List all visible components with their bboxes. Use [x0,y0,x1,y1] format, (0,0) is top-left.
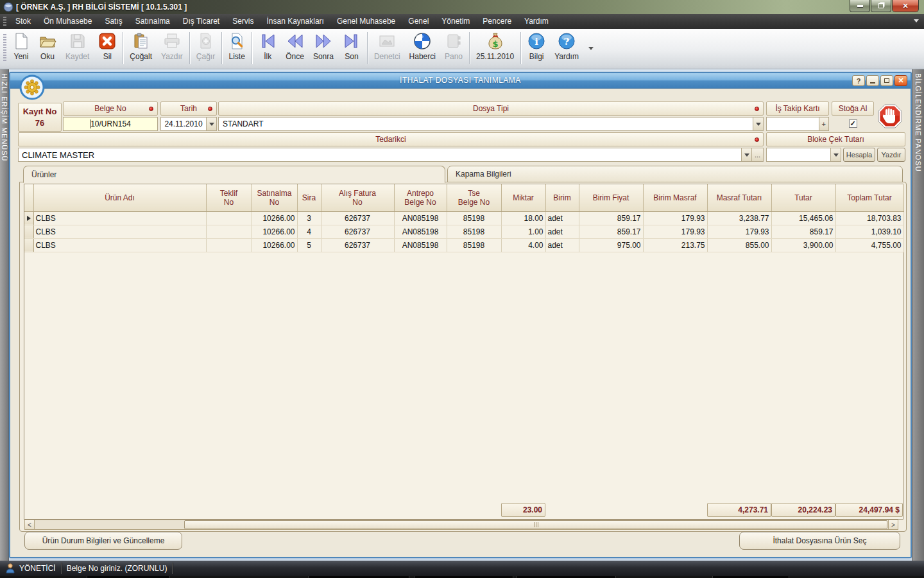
is-takip-karti-input[interactable]: + [766,117,829,131]
grid-cell[interactable]: 3,900.00 [771,238,835,252]
grid-cell[interactable]: 10266.00 [252,238,297,252]
menu-satis[interactable]: Satış [98,14,128,29]
menu-satinalma[interactable]: Satınalma [129,14,176,29]
grid-cell[interactable] [206,225,252,238]
grid-cell[interactable]: adet [545,211,579,225]
restore-button[interactable] [871,0,891,12]
grid-cell[interactable]: AN085198 [394,238,447,252]
window-maximize-button[interactable] [880,75,893,86]
minimize-button[interactable] [850,0,870,12]
row-selector[interactable] [24,238,33,252]
scrollbar-thumb[interactable] [184,520,887,529]
grid-cell[interactable]: 626737 [321,225,394,238]
horizontal-scrollbar[interactable]: < > [24,520,898,530]
menu-stok[interactable]: Stok [9,14,37,29]
list-button[interactable]: Liste [224,29,250,66]
bloke-cek-combo[interactable] [766,148,841,162]
window-gear-icon[interactable] [19,74,45,100]
close-button[interactable]: ✕ [892,0,919,12]
grid-cell[interactable]: CLBS [33,211,206,225]
hesapla-button[interactable]: Hesapla [843,148,875,162]
grid-cell[interactable]: 85198 [447,238,501,252]
grid-cell[interactable]: 1,039.10 [835,225,903,238]
column-header[interactable]: Birim Masraf [643,184,707,211]
tab-urunler[interactable]: Ürünler [23,166,445,183]
tarih-input[interactable]: 24.11.2010 [160,117,217,131]
table-row[interactable]: CLBS 10266.00 5 626737 AN085198 85198 4.… [24,238,903,252]
column-header[interactable]: Masraf Tutarı [707,184,771,211]
new-button[interactable]: Yeni [8,29,34,66]
menu-pencere[interactable]: Pencere [476,14,518,29]
current-row-marker[interactable] [24,211,33,225]
grid-cell[interactable]: 179.93 [707,225,771,238]
grid-cell[interactable]: 10266.00 [252,225,297,238]
column-header[interactable]: Birim Fiyat [579,184,643,211]
menu-genel-muhasebe[interactable]: Genel Muhasebe [330,14,402,29]
yazdir-button[interactable]: Yazdır [877,148,905,162]
open-button[interactable]: Oku [34,29,61,66]
exchange-rate-button[interactable]: $ 25.11.2010 [472,29,518,66]
first-button[interactable]: İlk [254,29,281,66]
column-header[interactable]: Satınalma No [252,184,297,211]
column-header[interactable]: Ürün Adı [33,184,206,211]
grid-cell[interactable]: 626737 [321,238,394,252]
grid-cell[interactable] [206,211,252,225]
tedarikci-browse-button[interactable]: ... [751,148,763,161]
is-takip-plus-button[interactable]: + [819,118,828,130]
table-row[interactable]: CLBS 10266.00 3 626737 AN085198 85198 18… [24,211,903,225]
row-selector-header[interactable] [24,184,33,211]
grid-cell[interactable]: 4.00 [501,238,545,252]
column-header[interactable]: Sira [297,184,321,211]
board-button[interactable]: Pano [440,29,467,66]
grid-cell[interactable]: CLBS [33,238,206,252]
window-help-button[interactable]: ? [852,75,865,86]
table-row[interactable]: CLBS 10266.00 4 626737 AN085198 85198 1.… [24,225,903,238]
save-button[interactable]: Kaydet [61,29,94,66]
scroll-left-button[interactable]: < [25,520,35,529]
grid-cell[interactable]: 626737 [321,211,394,225]
tedarikci-combo[interactable]: CLIMATE MASTER ... [18,148,764,162]
grid-cell[interactable]: AN085198 [394,225,447,238]
grid-cell[interactable]: 859.17 [579,225,643,238]
grid-cell[interactable]: AN085198 [394,211,447,225]
grid-cell[interactable]: 975.00 [579,238,643,252]
tarih-dropdown-button[interactable] [206,118,216,130]
column-header[interactable]: Alış Fatura No [321,184,394,211]
grid-cell[interactable]: CLBS [33,225,206,238]
grid-cell[interactable]: 859.17 [579,211,643,225]
info-button[interactable]: i Bilgi [523,29,550,66]
column-header[interactable]: Antrepo Belge No [394,184,447,211]
grid-cell[interactable]: 3 [297,211,321,225]
grid-cell[interactable]: 1.00 [501,225,545,238]
grid-cell[interactable]: 18.00 [501,211,545,225]
menu-on-muhasebe[interactable]: Ön Muhasebe [37,14,98,29]
bloke-cek-dropdown-button[interactable] [830,148,841,161]
grid-cell[interactable]: 10266.00 [252,211,297,225]
grid-cell[interactable]: 85198 [447,225,501,238]
quick-access-panel[interactable]: HIZLI ERİŞİM MENÜSÜ [0,69,9,561]
column-header[interactable]: Birim [545,184,579,211]
column-header[interactable]: Tse Belge No [447,184,501,211]
grid-cell[interactable]: 859.17 [771,225,835,238]
menu-insan-kaynaklari[interactable]: İnsan Kaynakları [261,14,330,29]
grid-cell[interactable]: 4,755.00 [835,238,903,252]
grid-cell[interactable]: 3,238.77 [707,211,771,225]
dosya-tipi-dropdown-button[interactable] [753,118,763,130]
dosya-tipi-combo[interactable]: STANDART [218,117,764,131]
window-close-button[interactable]: ✕ [894,75,907,86]
scroll-right-button[interactable]: > [888,520,898,529]
column-header[interactable]: Teklif No [206,184,252,211]
grid-cell[interactable]: 15,465.06 [771,211,835,225]
urun-durum-button[interactable]: Ürün Durum Bilgileri ve Güncelleme [24,532,182,550]
grid-cell[interactable]: adet [545,225,579,238]
grid-cell[interactable]: 18,703.83 [835,211,903,225]
inspector-button[interactable]: Denetci [370,29,405,66]
window-minimize-button[interactable] [866,75,879,86]
grid-cell[interactable]: 213.75 [643,238,707,252]
belge-no-input[interactable]: 10/URN154 [63,117,158,131]
last-button[interactable]: Son [338,29,365,66]
recall-button[interactable]: Çağır [192,29,219,66]
toolbar-grip[interactable] [3,34,6,62]
info-panel[interactable]: BİLGİLENDİRME PANOSU [912,69,924,561]
menu-yonetim[interactable]: Yönetim [435,14,476,29]
